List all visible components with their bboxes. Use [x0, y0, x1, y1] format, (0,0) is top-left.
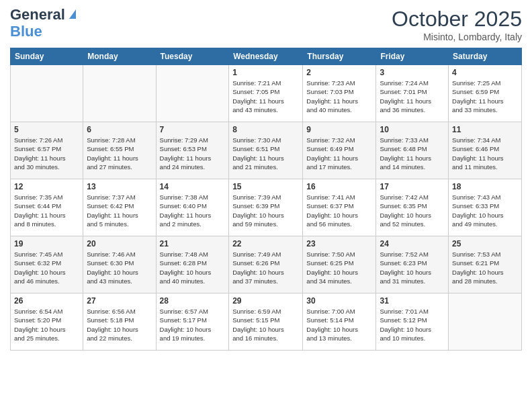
location: Misinto, Lombardy, Italy	[392, 32, 522, 42]
title-area: October 2025 Misinto, Lombardy, Italy	[392, 7, 522, 42]
day-info: Sunrise: 6:59 AM Sunset: 5:15 PM Dayligh…	[232, 307, 299, 342]
day-info: Sunrise: 7:28 AM Sunset: 6:55 PM Dayligh…	[87, 136, 152, 171]
day-info: Sunrise: 7:49 AM Sunset: 6:26 PM Dayligh…	[232, 250, 299, 285]
day-number: 4	[452, 68, 518, 77]
day-info: Sunrise: 7:41 AM Sunset: 6:37 PM Dayligh…	[306, 193, 372, 228]
calendar-week-1: 1Sunrise: 7:21 AM Sunset: 7:05 PM Daylig…	[11, 65, 522, 122]
calendar-cell: 14Sunrise: 7:38 AM Sunset: 6:40 PM Dayli…	[156, 179, 229, 236]
calendar-cell: 24Sunrise: 7:52 AM Sunset: 6:23 PM Dayli…	[376, 236, 449, 293]
day-number: 5	[14, 125, 79, 134]
page-container: General Blue October 2025 Misinto, Lomba…	[0, 0, 532, 357]
day-number: 10	[380, 125, 445, 134]
calendar-cell: 29Sunrise: 6:59 AM Sunset: 5:15 PM Dayli…	[229, 293, 303, 351]
day-info: Sunrise: 7:00 AM Sunset: 5:14 PM Dayligh…	[306, 307, 372, 342]
calendar-cell: 19Sunrise: 7:45 AM Sunset: 6:32 PM Dayli…	[11, 236, 83, 293]
day-number: 1	[232, 68, 299, 77]
day-header-monday: Monday	[83, 48, 156, 65]
day-info: Sunrise: 7:25 AM Sunset: 6:59 PM Dayligh…	[452, 79, 518, 114]
svg-marker-0	[69, 9, 76, 19]
calendar-cell	[449, 293, 522, 351]
calendar-week-5: 26Sunrise: 6:54 AM Sunset: 5:20 PM Dayli…	[11, 293, 522, 351]
calendar-cell: 12Sunrise: 7:35 AM Sunset: 6:44 PM Dayli…	[11, 179, 83, 236]
day-info: Sunrise: 7:52 AM Sunset: 6:23 PM Dayligh…	[380, 250, 445, 285]
day-header-friday: Friday	[376, 48, 449, 65]
day-number: 16	[306, 182, 372, 191]
calendar-cell: 25Sunrise: 7:53 AM Sunset: 6:21 PM Dayli…	[449, 236, 522, 293]
day-info: Sunrise: 7:38 AM Sunset: 6:40 PM Dayligh…	[160, 193, 226, 228]
calendar-cell: 8Sunrise: 7:30 AM Sunset: 6:51 PM Daylig…	[229, 122, 303, 179]
calendar-cell: 28Sunrise: 6:57 AM Sunset: 5:17 PM Dayli…	[156, 293, 229, 351]
calendar-table: SundayMondayTuesdayWednesdayThursdayFrid…	[10, 48, 522, 351]
day-number: 7	[160, 125, 226, 134]
calendar-cell: 21Sunrise: 7:48 AM Sunset: 6:28 PM Dayli…	[156, 236, 229, 293]
calendar-cell	[156, 65, 229, 122]
calendar-cell: 20Sunrise: 7:46 AM Sunset: 6:30 PM Dayli…	[83, 236, 156, 293]
day-number: 24	[380, 239, 445, 248]
calendar-week-4: 19Sunrise: 7:45 AM Sunset: 6:32 PM Dayli…	[11, 236, 522, 293]
day-info: Sunrise: 7:43 AM Sunset: 6:33 PM Dayligh…	[452, 193, 518, 228]
calendar-cell: 5Sunrise: 7:26 AM Sunset: 6:57 PM Daylig…	[11, 122, 83, 179]
calendar-cell: 7Sunrise: 7:29 AM Sunset: 6:53 PM Daylig…	[156, 122, 229, 179]
calendar-cell: 13Sunrise: 7:37 AM Sunset: 6:42 PM Dayli…	[83, 179, 156, 236]
calendar-header-row: SundayMondayTuesdayWednesdayThursdayFrid…	[11, 48, 522, 65]
day-number: 28	[160, 296, 226, 306]
calendar-cell: 23Sunrise: 7:50 AM Sunset: 6:25 PM Dayli…	[303, 236, 376, 293]
calendar-cell: 22Sunrise: 7:49 AM Sunset: 6:26 PM Dayli…	[229, 236, 303, 293]
day-number: 19	[14, 239, 79, 248]
logo-sail-icon	[66, 7, 79, 24]
day-number: 13	[87, 182, 152, 191]
calendar-week-3: 12Sunrise: 7:35 AM Sunset: 6:44 PM Dayli…	[11, 179, 522, 236]
day-number: 22	[232, 239, 299, 248]
day-number: 18	[452, 182, 518, 191]
calendar-cell: 26Sunrise: 6:54 AM Sunset: 5:20 PM Dayli…	[11, 293, 83, 351]
calendar-cell: 16Sunrise: 7:41 AM Sunset: 6:37 PM Dayli…	[303, 179, 376, 236]
calendar-cell: 3Sunrise: 7:24 AM Sunset: 7:01 PM Daylig…	[376, 65, 449, 122]
day-number: 6	[87, 125, 152, 134]
day-info: Sunrise: 7:33 AM Sunset: 6:48 PM Dayligh…	[380, 136, 445, 171]
day-info: Sunrise: 7:32 AM Sunset: 6:49 PM Dayligh…	[306, 136, 372, 171]
day-info: Sunrise: 7:50 AM Sunset: 6:25 PM Dayligh…	[306, 250, 372, 285]
day-number: 12	[14, 182, 79, 191]
day-number: 11	[452, 125, 518, 134]
calendar-week-2: 5Sunrise: 7:26 AM Sunset: 6:57 PM Daylig…	[11, 122, 522, 179]
month-title: October 2025	[392, 7, 522, 32]
day-info: Sunrise: 7:24 AM Sunset: 7:01 PM Dayligh…	[380, 79, 445, 114]
day-number: 9	[306, 125, 372, 134]
day-number: 26	[14, 296, 79, 306]
day-number: 3	[380, 68, 445, 77]
day-number: 17	[380, 182, 445, 191]
calendar-cell: 31Sunrise: 7:01 AM Sunset: 5:12 PM Dayli…	[376, 293, 449, 351]
calendar-cell: 15Sunrise: 7:39 AM Sunset: 6:39 PM Dayli…	[229, 179, 303, 236]
day-info: Sunrise: 7:45 AM Sunset: 6:32 PM Dayligh…	[14, 250, 79, 285]
day-info: Sunrise: 6:54 AM Sunset: 5:20 PM Dayligh…	[14, 307, 79, 342]
day-info: Sunrise: 6:56 AM Sunset: 5:18 PM Dayligh…	[87, 307, 152, 342]
day-header-saturday: Saturday	[449, 48, 522, 65]
calendar-cell: 1Sunrise: 7:21 AM Sunset: 7:05 PM Daylig…	[229, 65, 303, 122]
day-header-thursday: Thursday	[303, 48, 376, 65]
logo-general: General	[10, 6, 65, 23]
day-number: 31	[380, 296, 445, 306]
day-info: Sunrise: 7:30 AM Sunset: 6:51 PM Dayligh…	[232, 136, 299, 171]
header: General Blue October 2025 Misinto, Lomba…	[10, 7, 522, 42]
calendar-cell: 17Sunrise: 7:42 AM Sunset: 6:35 PM Dayli…	[376, 179, 449, 236]
day-info: Sunrise: 7:46 AM Sunset: 6:30 PM Dayligh…	[87, 250, 152, 285]
calendar-cell: 27Sunrise: 6:56 AM Sunset: 5:18 PM Dayli…	[83, 293, 156, 351]
day-info: Sunrise: 7:21 AM Sunset: 7:05 PM Dayligh…	[232, 79, 299, 114]
day-info: Sunrise: 7:37 AM Sunset: 6:42 PM Dayligh…	[87, 193, 152, 228]
day-number: 15	[232, 182, 299, 191]
day-info: Sunrise: 7:53 AM Sunset: 6:21 PM Dayligh…	[452, 250, 518, 285]
logo-text: General Blue	[10, 7, 79, 40]
day-info: Sunrise: 7:48 AM Sunset: 6:28 PM Dayligh…	[160, 250, 226, 285]
calendar-cell: 2Sunrise: 7:23 AM Sunset: 7:03 PM Daylig…	[303, 65, 376, 122]
day-number: 23	[306, 239, 372, 248]
day-info: Sunrise: 7:42 AM Sunset: 6:35 PM Dayligh…	[380, 193, 445, 228]
calendar-cell: 18Sunrise: 7:43 AM Sunset: 6:33 PM Dayli…	[449, 179, 522, 236]
day-info: Sunrise: 7:29 AM Sunset: 6:53 PM Dayligh…	[160, 136, 226, 171]
day-number: 14	[160, 182, 226, 191]
calendar-cell: 9Sunrise: 7:32 AM Sunset: 6:49 PM Daylig…	[303, 122, 376, 179]
day-info: Sunrise: 7:34 AM Sunset: 6:46 PM Dayligh…	[452, 136, 518, 171]
day-info: Sunrise: 7:39 AM Sunset: 6:39 PM Dayligh…	[232, 193, 299, 228]
day-info: Sunrise: 7:23 AM Sunset: 7:03 PM Dayligh…	[306, 79, 372, 114]
day-number: 8	[232, 125, 299, 134]
day-info: Sunrise: 7:35 AM Sunset: 6:44 PM Dayligh…	[14, 193, 79, 228]
